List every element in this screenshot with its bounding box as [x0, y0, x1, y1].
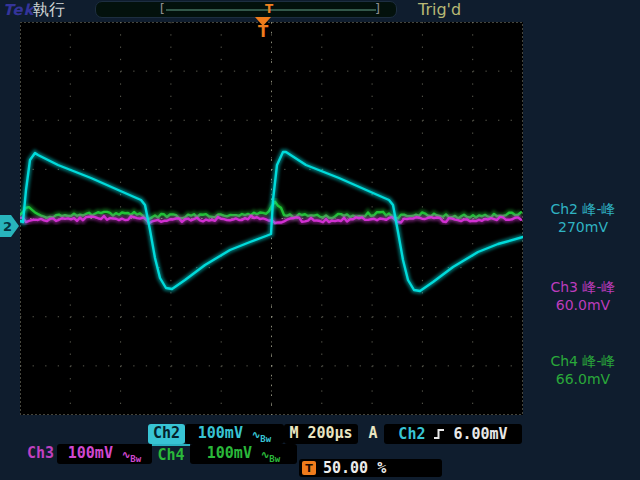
ch4-scale-readout: 100mV ∿Bw	[190, 444, 297, 464]
record-trigger-icon: T	[262, 2, 276, 17]
measurement-ch2: Ch2 峰-峰 270mV	[528, 200, 638, 236]
trigger-position-marker: T	[252, 17, 274, 39]
measurement-ch3: Ch3 峰-峰 60.0mV	[528, 278, 638, 314]
ch3-scale-readout: 100mV ∿Bw	[57, 444, 152, 464]
measurement-value: 60.0mV	[528, 296, 638, 314]
timebase-readout: M 200µs	[284, 424, 358, 444]
oscilloscope-screen: Tek 執行 [ ] T Trig'd T 2 Ch2 峰-峰 270mV Ch…	[0, 0, 640, 480]
ch4-scale-value: 100mV	[207, 444, 252, 462]
trigger-mode-label: A	[364, 424, 382, 444]
timebase-label: M	[289, 424, 298, 442]
timebase-value: 200µs	[307, 424, 352, 442]
tek-logo: Tek	[3, 1, 34, 19]
ch3-channel-label: Ch3	[24, 444, 57, 464]
record-left-bracket: [	[158, 1, 166, 16]
ch2-channel-badge: Ch2	[148, 424, 185, 444]
bw-limit-icon: Bw	[130, 454, 141, 464]
measurement-label: Ch3 峰-峰	[528, 278, 638, 296]
rising-edge-icon	[433, 427, 445, 441]
trigger-position-value: 50.00 %	[323, 459, 386, 477]
trigger-source-label: Ch2	[398, 425, 425, 443]
trigger-status-label: Trig'd	[418, 0, 461, 19]
bw-limit-icon: Bw	[269, 454, 280, 464]
trigger-position-t-icon: T	[302, 461, 316, 475]
record-right-bracket: ]	[374, 1, 382, 16]
ch3-scale-value: 100mV	[68, 444, 113, 462]
measurement-label: Ch2 峰-峰	[528, 200, 638, 218]
trigger-readout: Ch2 6.00mV	[384, 424, 522, 444]
bw-limit-icon: Bw	[260, 434, 271, 444]
graticule	[20, 22, 523, 415]
measurement-ch4: Ch4 峰-峰 66.0mV	[528, 352, 638, 388]
waveform-svg	[20, 22, 523, 415]
run-status-label: 執行	[33, 0, 65, 21]
trigger-position-readout: T 50.00 %	[299, 459, 442, 477]
ch2-scale-value: 100mV	[198, 424, 243, 442]
record-view-bar: [ ] T	[95, 1, 397, 18]
ch4-channel-label: Ch4	[152, 444, 190, 464]
measurement-label: Ch4 峰-峰	[528, 352, 638, 370]
trigger-level-readout: 6.00mV	[453, 425, 507, 443]
measurement-value: 66.0mV	[528, 370, 638, 388]
ch2-scale-readout: 100mV ∿Bw	[185, 424, 284, 444]
trigger-t-icon: T	[252, 26, 274, 39]
ch2-ground-marker: 2	[0, 215, 19, 237]
measurement-value: 270mV	[528, 218, 638, 236]
